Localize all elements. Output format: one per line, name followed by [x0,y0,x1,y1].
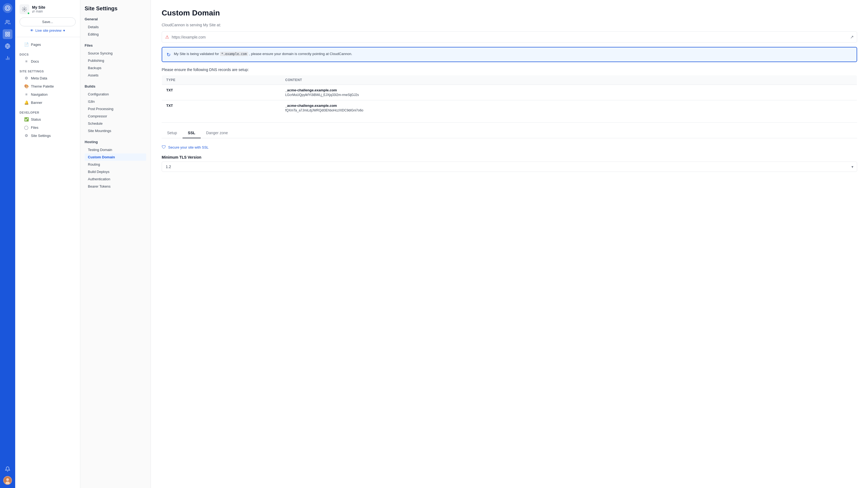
site-name: My Site [32,5,45,9]
tab-ssl[interactable]: SSL [183,128,201,138]
settings-section-link[interactable]: Build Deploys [85,168,146,175]
settings-section-link[interactable]: Details [85,23,146,31]
pages-label: Pages [31,42,41,46]
settings-section-link[interactable]: Bearer Tokens [85,183,146,190]
sidebar-item-site-settings[interactable]: ⚙ Site Settings [20,131,76,140]
settings-section-link[interactable]: Backups [85,64,146,72]
svg-point-1 [6,20,8,22]
dns-type-cell: TXT [162,85,281,100]
dns-type-cell: TXT [162,100,281,116]
settings-section-title: Hosting [85,140,146,144]
site-settings-label: Site Settings [31,134,51,138]
svg-point-12 [6,478,9,481]
files-label: Files [31,126,38,130]
settings-icon: ⚙ [24,76,29,80]
svg-point-14 [24,9,25,10]
settings-section-link[interactable]: Routing [85,161,146,168]
svg-rect-3 [8,32,10,34]
dns-row: TXT_acme-challenge.example.comLGcrMuUQpy… [162,85,857,100]
settings-section-link[interactable]: Assets [85,72,146,79]
sidebar-section-docs-group: Docs ≡ Docs [15,50,80,66]
nav-grid-icon[interactable] [3,29,12,39]
sidebar-section-site-settings-group: Site Settings ⚙ Meta Data 🎨 Theme Palett… [15,66,80,108]
settings-sections: GeneralDetailsEditingFilesSource Syncing… [85,17,146,190]
tab-setup[interactable]: Setup [162,128,183,138]
main-content: Custom Domain CloudCannon is serving My … [151,0,868,488]
nav-globe-icon[interactable] [3,41,12,51]
settings-section-link[interactable]: Site Mountings [85,127,146,134]
sidebar-header: My Site ⇄ main Save... 👁 Live site previ… [15,0,80,37]
live-preview-button[interactable]: 👁 Live site preview ▾ [20,29,76,33]
tls-label: Minimum TLS Version [162,155,857,159]
status-dot [27,12,30,14]
docs-icon: ≡ [24,59,29,63]
sidebar-section-pages: 📄 Pages [15,37,80,50]
sidebar-item-status[interactable]: ✅ Status [20,115,76,123]
sidebar-item-files[interactable]: ◯ Files [20,123,76,131]
save-button[interactable]: Save... [20,18,76,26]
settings-section-link[interactable]: Editing [85,31,146,38]
chevron-down-icon: ▾ [63,29,65,33]
dns-content-cell: _acme-challenge.example.comLGcrMuUQpyIkf… [281,85,857,100]
sidebar-item-navigation[interactable]: ≡ Navigation [20,90,76,98]
sidebar-item-pages[interactable]: 📄 Pages [20,40,76,48]
nav-chart-icon[interactable] [3,53,12,63]
ssl-icon: 🛡 [162,145,166,150]
settings-section-link[interactable]: Compressor [85,112,146,120]
settings-section-link[interactable]: I18n [85,98,146,105]
site-settings-section-title: Site Settings [20,70,76,73]
nav-list-icon: ≡ [24,92,29,97]
site-branch: ⇄ main [32,9,45,13]
app-logo[interactable] [3,3,12,13]
settings-section-title: Builds [85,84,146,88]
settings-section-link[interactable]: Custom Domain [85,154,146,161]
sidebar-item-docs[interactable]: ≡ Docs [20,57,76,65]
branch-icon: ⇄ [32,9,35,13]
nav-bell-icon[interactable] [3,464,12,474]
tls-select[interactable]: 1.2 1.3 [162,162,857,172]
svg-rect-5 [8,35,10,36]
site-details: My Site ⇄ main [32,5,45,13]
settings-section-link[interactable]: Authentication [85,175,146,183]
palette-icon: 🎨 [24,84,29,88]
dns-type-header: TYPE [162,75,281,85]
settings-section-group: BuildsConfigurationI18nPost ProcessingCo… [85,84,146,134]
validation-domain: *.example.com [220,52,248,56]
domain-input[interactable] [172,35,847,39]
sidebar-item-meta-data[interactable]: ⚙ Meta Data [20,74,76,82]
settings-section-link[interactable]: Publishing [85,57,146,64]
bell-icon: 🔔 [24,100,29,105]
settings-section-group: HostingTesting DomainCustom DomainRoutin… [85,140,146,190]
sidebar-section-developer-group: Developer ✅ Status ◯ Files ⚙ Site Settin… [15,108,80,141]
site-icon [20,4,29,14]
tls-select-wrapper: 1.2 1.3 [162,162,857,172]
divider [162,122,857,123]
settings-section-link[interactable]: Source Syncing [85,50,146,57]
settings-section-title: Files [85,43,146,47]
ssl-link[interactable]: 🛡 Secure your site with SSL [162,145,857,150]
sidebar: My Site ⇄ main Save... 👁 Live site previ… [15,0,80,488]
sidebar-item-theme-palette[interactable]: 🎨 Theme Palette [20,82,76,90]
settings-section-link[interactable]: Testing Domain [85,146,146,154]
theme-palette-label: Theme Palette [31,84,54,88]
docs-label: Docs [31,59,39,63]
status-check-icon: ✅ [24,117,29,122]
external-link-icon[interactable]: ↗ [850,34,854,40]
settings-section-group: FilesSource SyncingPublishingBackupsAsse… [85,43,146,79]
nav-bottom [3,464,12,485]
settings-section-link[interactable]: Configuration [85,91,146,98]
nav-bar [0,0,15,488]
settings-section-link[interactable]: Schedule [85,120,146,127]
settings-section-link[interactable]: Post Processing [85,105,146,112]
site-info: My Site ⇄ main [20,4,76,14]
sidebar-item-banner[interactable]: 🔔 Banner [20,98,76,106]
github-icon: ◯ [24,125,29,130]
banner-label: Banner [31,101,42,105]
tab-danger-zone[interactable]: Danger zone [201,128,233,138]
page-title: Custom Domain [162,9,857,18]
user-avatar[interactable] [3,476,12,485]
nav-people-icon[interactable] [3,18,12,27]
svg-point-0 [5,6,10,10]
tabs: Setup SSL Danger zone [162,128,857,138]
settings-section-group: GeneralDetailsEditing [85,17,146,38]
